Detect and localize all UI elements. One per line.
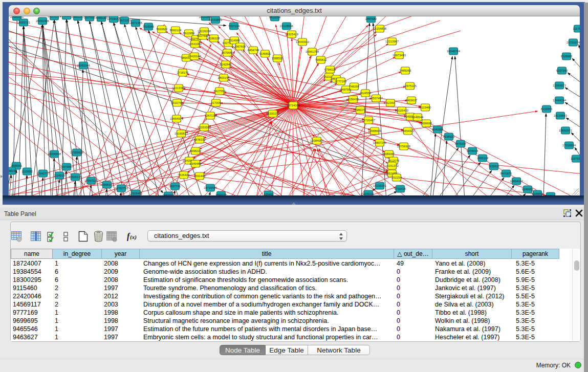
svg-text:8454749: 8454749 [248, 49, 259, 52]
svg-text:9245211: 9245211 [363, 192, 374, 195]
svg-text:2803144: 2803144 [218, 76, 230, 79]
svg-text:3267130: 3267130 [205, 114, 216, 117]
svg-text:12213389: 12213389 [172, 86, 185, 90]
svg-text:9245652: 9245652 [522, 188, 534, 191]
svg-text:9146821: 9146821 [259, 52, 271, 55]
svg-text:1527602: 1527602 [84, 16, 96, 19]
svg-text:6794028: 6794028 [324, 68, 336, 71]
svg-text:10973493: 10973493 [393, 54, 406, 57]
svg-text:9329966: 9329966 [561, 55, 573, 58]
svg-text:20206558: 20206558 [48, 152, 61, 156]
svg-text:1588520: 1588520 [272, 57, 284, 60]
svg-text:12093873: 12093873 [553, 84, 566, 87]
svg-text:9245652: 9245652 [532, 192, 543, 195]
svg-text:22420046: 22420046 [188, 55, 201, 58]
svg-text:3675685: 3675685 [222, 51, 233, 54]
svg-text:924501: 924501 [546, 194, 555, 195]
svg-text:8471676: 8471676 [500, 172, 512, 175]
svg-text:17359928: 17359928 [70, 151, 83, 154]
svg-text:7485063: 7485063 [400, 69, 411, 72]
svg-text:252254: 252254 [391, 176, 402, 179]
svg-text:20691406: 20691406 [36, 19, 49, 23]
svg-text:9474444: 9474444 [467, 149, 478, 152]
svg-text:1691443: 1691443 [194, 174, 206, 178]
svg-text:2718176: 2718176 [177, 71, 189, 74]
svg-text:13640910: 13640910 [296, 40, 309, 43]
svg-text:9084067: 9084067 [383, 152, 395, 156]
svg-text:317006: 317006 [211, 101, 221, 104]
svg-text:12213967: 12213967 [385, 40, 399, 43]
svg-text:19853519: 19853519 [48, 16, 61, 18]
svg-text:16210643: 16210643 [554, 114, 567, 117]
svg-text:12942737: 12942737 [36, 172, 50, 175]
svg-text:2156436: 2156436 [347, 98, 359, 101]
svg-text:9657791: 9657791 [169, 185, 181, 188]
svg-text:1514986: 1514986 [229, 39, 241, 42]
svg-text:12353594: 12353594 [198, 126, 211, 129]
svg-text:15751074: 15751074 [567, 41, 580, 44]
svg-text:8912954: 8912954 [183, 32, 195, 35]
svg-text:10507487: 10507487 [369, 97, 383, 100]
svg-text:7625402: 7625402 [178, 173, 190, 177]
svg-text:7515546: 7515546 [143, 25, 155, 28]
svg-text:9115460: 9115460 [420, 106, 431, 109]
svg-text:6466160: 6466160 [96, 16, 107, 19]
svg-text:1612076: 1612076 [388, 159, 400, 162]
svg-text:9242848: 9242848 [220, 63, 232, 66]
svg-text:16671355: 16671355 [129, 21, 142, 25]
svg-text:14136141: 14136141 [373, 184, 386, 187]
svg-text:16151372: 16151372 [385, 164, 399, 167]
svg-text:18724007: 18724007 [287, 104, 300, 107]
svg-text:16961758: 16961758 [306, 50, 319, 53]
svg-text:1115682: 1115682 [21, 170, 33, 173]
svg-text:9463627: 9463627 [406, 99, 418, 102]
svg-text:16033809: 16033809 [209, 18, 222, 21]
svg-text:1117530: 1117530 [573, 27, 580, 30]
svg-text:2835061: 2835061 [11, 164, 23, 167]
svg-text:19384554: 19384554 [310, 139, 324, 142]
svg-text:1593226: 1593226 [215, 193, 227, 195]
svg-text:19654923: 19654923 [401, 129, 415, 133]
svg-text:19654975: 19654975 [170, 117, 183, 120]
svg-text:2939158: 2939158 [9, 169, 17, 172]
svg-text:8878332: 8878332 [194, 138, 206, 141]
svg-text:15218506: 15218506 [280, 25, 293, 28]
svg-text:19166827: 19166827 [175, 132, 188, 135]
svg-text:12923446: 12923446 [129, 192, 142, 195]
svg-text:8215955: 8215955 [541, 107, 553, 111]
svg-text:925462: 925462 [264, 193, 273, 195]
svg-text:8660124: 8660124 [170, 29, 182, 32]
svg-text:7986372: 7986372 [355, 108, 366, 112]
svg-text:7663822: 7663822 [156, 28, 168, 31]
svg-text:9227349: 9227349 [556, 69, 568, 72]
svg-text:18807249: 18807249 [373, 141, 386, 144]
svg-text:16782759: 16782759 [115, 187, 128, 190]
svg-text:2935114: 2935114 [477, 157, 489, 160]
svg-text:13226058: 13226058 [198, 30, 211, 33]
svg-text:(x): (x) [130, 234, 137, 240]
svg-text:14055721: 14055721 [17, 21, 30, 24]
svg-text:15720407: 15720407 [362, 119, 375, 122]
svg-text:10958107: 10958107 [100, 183, 114, 186]
svg-text:12975115: 12975115 [403, 84, 416, 87]
svg-text:10654112: 10654112 [510, 180, 522, 183]
svg-text:1733426: 1733426 [395, 187, 406, 190]
svg-text:62160: 62160 [386, 101, 395, 104]
svg-text:10543382: 10543382 [188, 42, 202, 46]
svg-text:7632621: 7632621 [488, 165, 500, 168]
svg-text:7955812: 7955812 [315, 58, 327, 61]
svg-text:9777169: 9777169 [335, 80, 347, 83]
svg-text:1114519: 1114519 [54, 174, 65, 177]
svg-text:1649544: 1649544 [412, 116, 424, 119]
svg-text:17016504: 17016504 [562, 144, 576, 147]
svg-text:23980551: 23980551 [10, 16, 24, 18]
svg-text:10756928: 10756928 [397, 145, 410, 148]
svg-text:29053346: 29053346 [77, 64, 90, 67]
svg-text:6879197: 6879197 [455, 142, 467, 145]
svg-text:8813054: 8813054 [269, 16, 281, 19]
svg-text:12444194: 12444194 [553, 99, 567, 102]
svg-text:25300273: 25300273 [266, 112, 279, 115]
svg-text:8427552: 8427552 [214, 90, 226, 93]
svg-text:10653257: 10653257 [71, 16, 84, 18]
svg-text:16154838: 16154838 [373, 27, 386, 30]
